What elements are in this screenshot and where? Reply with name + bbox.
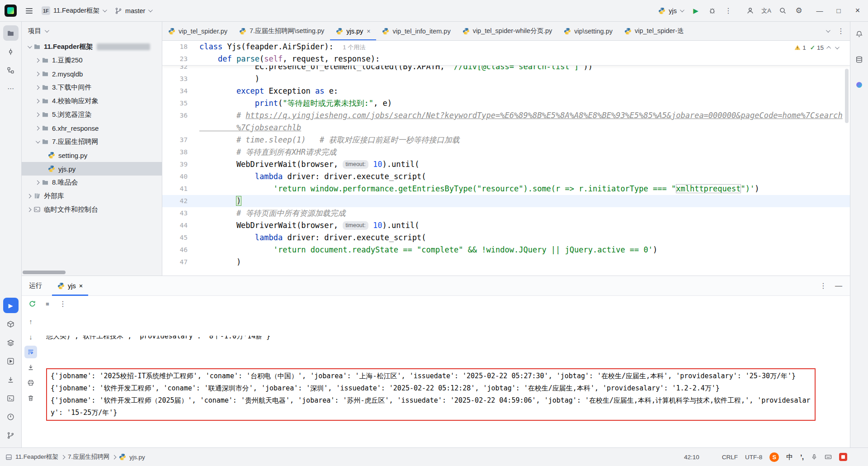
code-line[interactable]: 42 ) bbox=[162, 195, 850, 207]
chevron-down-icon[interactable] bbox=[33, 140, 41, 143]
tool-database-button[interactable] bbox=[852, 52, 867, 67]
file-encoding[interactable]: UTF-8 bbox=[745, 454, 762, 461]
tree-item[interactable]: 11.Feapder框架 bbox=[22, 40, 162, 53]
settings-button[interactable]: ⚙ bbox=[791, 3, 807, 19]
ime-mosaic-icon[interactable] bbox=[854, 453, 863, 461]
chevron-right-icon[interactable] bbox=[33, 100, 41, 103]
code-line[interactable]: 46 'return document.readyState == "compl… bbox=[162, 244, 850, 256]
chevron-right-icon[interactable] bbox=[33, 59, 41, 62]
chevron-right-icon[interactable] bbox=[33, 181, 41, 184]
console-output[interactable]: 想大类)','软件工程技术', 'providesalary': '8千-1.0… bbox=[40, 311, 850, 447]
tool-run-button[interactable]: ▶ bbox=[3, 298, 19, 313]
line-number[interactable]: 43 bbox=[162, 207, 199, 219]
account-button[interactable] bbox=[742, 3, 758, 19]
resolved-count[interactable]: ✓ 15 bbox=[810, 44, 824, 51]
sogou-icon[interactable]: S bbox=[769, 452, 779, 462]
line-number[interactable]: 42 bbox=[162, 195, 199, 207]
line-separator[interactable]: CRLF bbox=[722, 454, 738, 461]
tree-item[interactable]: 5.浏览器渲染 bbox=[22, 108, 162, 121]
code-line[interactable]: 37 # time.sleep(1) # 获取对应接口前延时一秒等待接口加载 bbox=[162, 134, 850, 146]
line-number[interactable]: 33 bbox=[162, 73, 199, 85]
tree-item[interactable]: 7.应届生招聘网 bbox=[22, 135, 162, 148]
line-number[interactable]: 36 bbox=[162, 109, 199, 122]
run-tab[interactable]: yjs × bbox=[52, 276, 88, 295]
line-number[interactable]: 34 bbox=[162, 85, 199, 97]
prev-problem-icon[interactable] bbox=[826, 46, 831, 50]
mic-icon[interactable] bbox=[811, 454, 817, 460]
chevron-down-icon[interactable] bbox=[25, 45, 33, 48]
line-number[interactable]: 46 bbox=[162, 244, 199, 256]
tool-python-console-button[interactable] bbox=[3, 335, 19, 350]
tool-structure-button[interactable] bbox=[3, 62, 19, 78]
editor-tab[interactable]: vip_tel_spider-迭 bbox=[618, 22, 690, 40]
hide-panel-button[interactable]: — bbox=[831, 278, 846, 294]
close-button[interactable]: × bbox=[848, 0, 867, 22]
tree-item[interactable]: 临时文件和控制台 bbox=[22, 203, 162, 216]
code-line[interactable]: 43 # 等待页面中所有资源加载完成 bbox=[162, 207, 850, 219]
chevron-right-icon[interactable] bbox=[33, 86, 41, 89]
line-number[interactable]: 38 bbox=[162, 146, 199, 158]
tree-item[interactable]: 1.豆瓣250 bbox=[22, 53, 162, 67]
tool-scroll-button[interactable] bbox=[3, 372, 19, 387]
tree-item[interactable]: 外部库 bbox=[22, 189, 162, 203]
more-actions-button[interactable]: ⋮ bbox=[721, 3, 736, 19]
line-number[interactable]: 47 bbox=[162, 256, 199, 268]
tree-item[interactable]: yjs.py bbox=[22, 162, 162, 176]
tool-commit-button[interactable] bbox=[3, 44, 19, 59]
hidden-tabs-button[interactable] bbox=[821, 25, 834, 38]
breadcrumb-folder[interactable]: 7.应届生招聘网 bbox=[68, 453, 109, 461]
tool-project-button[interactable] bbox=[3, 25, 19, 41]
chevron-right-icon[interactable] bbox=[33, 127, 41, 130]
virtual-keyboard-icon[interactable] bbox=[825, 453, 832, 461]
run-config-widget[interactable]: yjs bbox=[654, 5, 687, 17]
soft-wrap-button[interactable] bbox=[24, 346, 37, 358]
translate-button[interactable]: 文A bbox=[759, 3, 774, 19]
close-icon[interactable]: × bbox=[367, 28, 370, 35]
line-number[interactable]: 40 bbox=[162, 171, 199, 183]
line-number[interactable]: 23 bbox=[162, 53, 199, 65]
code-line[interactable]: 34 except Exception as e: bbox=[162, 85, 850, 97]
notifications-button[interactable] bbox=[852, 26, 867, 42]
search-everywhere-button[interactable] bbox=[775, 3, 790, 19]
code-line[interactable]: 38 # 等待直到所有XHR请求完成 bbox=[162, 146, 850, 158]
code-line[interactable]: 32 EC.presence_of_element_located((By.XP… bbox=[162, 66, 850, 73]
branch-widget[interactable]: master bbox=[111, 5, 156, 17]
stop-button[interactable]: ■ bbox=[41, 297, 54, 310]
tool-services-button[interactable] bbox=[3, 353, 19, 369]
chevron-right-icon[interactable] bbox=[25, 195, 33, 198]
editor-scrollbar[interactable] bbox=[845, 69, 849, 123]
line-number[interactable] bbox=[162, 122, 199, 134]
tool-python-packages-button[interactable] bbox=[3, 316, 19, 332]
run-panel-options-button[interactable]: ⋮ bbox=[816, 278, 831, 294]
project-panel-header[interactable]: 项目 bbox=[22, 22, 162, 40]
ime-punctuation-icon[interactable]: ’, bbox=[800, 453, 804, 461]
editor-tab[interactable]: yjs.py× bbox=[330, 22, 376, 40]
clear-console-button[interactable] bbox=[24, 392, 37, 404]
editor-tab[interactable]: vip_tel_spider.py bbox=[162, 22, 233, 40]
code-line[interactable]: 40 lambda driver: driver.execute_script( bbox=[162, 171, 850, 183]
breadcrumb-project[interactable]: 11.Feapder框架 bbox=[15, 453, 58, 461]
line-number[interactable]: 41 bbox=[162, 183, 199, 195]
editor-tab[interactable]: vip_tel_spider-while分页.py bbox=[457, 22, 558, 40]
code-line[interactable]: 44 WebDriverWait(browser, timeout: 10).u… bbox=[162, 219, 850, 232]
line-number[interactable]: 44 bbox=[162, 219, 199, 232]
tree-item[interactable]: setting.py bbox=[22, 148, 162, 162]
breadcrumb-file[interactable]: yjs.py bbox=[129, 454, 145, 461]
code-line[interactable]: 18class Yjs(feapder.AirSpider): 1 个用法 bbox=[162, 41, 850, 53]
inspections-widget[interactable]: 1 ✓ 15 bbox=[794, 44, 838, 51]
project-widget[interactable]: 1F 11.Feapder框架 bbox=[38, 4, 110, 17]
tree-item[interactable]: 2.mysqldb bbox=[22, 67, 162, 81]
code-line[interactable]: 36 # https://q.yingjiesheng.com/jobs/sea… bbox=[162, 109, 850, 122]
line-number[interactable]: 35 bbox=[162, 97, 199, 109]
code-line[interactable]: 47 ) bbox=[162, 256, 850, 268]
tree-item[interactable]: 6.xhr_response bbox=[22, 121, 162, 135]
up-stacktrace-button[interactable]: ↑ bbox=[24, 315, 37, 328]
down-stacktrace-button[interactable]: ↓ bbox=[24, 330, 37, 343]
line-number[interactable]: 18 bbox=[162, 41, 199, 53]
tool-terminal-button[interactable] bbox=[3, 390, 19, 406]
chevron-right-icon[interactable] bbox=[33, 72, 41, 76]
main-menu-button[interactable] bbox=[21, 3, 37, 19]
cursor-position[interactable]: 42:10 bbox=[684, 454, 699, 461]
code-editor[interactable]: 18class Yjs(feapder.AirSpider): 1 个用法23 … bbox=[162, 41, 850, 276]
tool-window-toggle-icon[interactable] bbox=[5, 454, 12, 461]
